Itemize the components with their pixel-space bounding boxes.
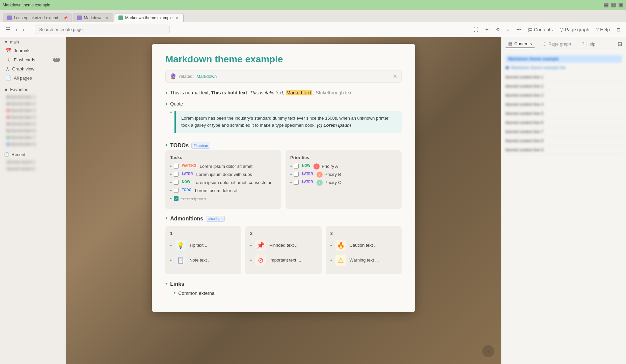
adm-bullet-important: • (250, 257, 252, 263)
favorites-items: blurred item 1 blurred item 2 blurred it… (0, 94, 65, 148)
quote-inner-list: • Lorem Ipsum has been the industry's st… (170, 110, 402, 134)
quote-item: • Quote • Lorem Ipsum has been the indus… (165, 100, 402, 137)
expand-button[interactable]: ⛶ (472, 26, 480, 34)
quote-italic: (c) Lorem Ipsum (317, 123, 351, 128)
related-label: related: (179, 74, 194, 79)
title-bar: Markdown theme example — ❐ ✕ (0, 0, 626, 10)
tab-1-label: Logseq-solarized-extend... (14, 16, 61, 20)
tab-1[interactable]: Logseq-solarized-extend... 📌 (3, 13, 72, 22)
links-title: Links (170, 281, 184, 287)
right-panel-tab-graph[interactable]: ⬡ Page graph (540, 40, 574, 48)
task-checkbox-3[interactable] (174, 180, 179, 185)
priority-label-3: Prioiry C (325, 180, 397, 186)
restore-button[interactable]: ❐ (611, 3, 616, 7)
task-checkbox-5[interactable]: ✓ (174, 196, 179, 201)
sidebar-graph-btn[interactable]: ▼ main (0, 38, 65, 46)
favorites-item-2[interactable]: blurred item 2 (0, 100, 65, 107)
sidebar-item-graph-view[interactable]: ◎ Graph view (1, 64, 64, 73)
recent-item-2[interactable]: blurred recent 2 (0, 165, 65, 172)
priority-checkbox-1[interactable] (294, 164, 299, 169)
back-button[interactable]: ‹ (14, 26, 19, 34)
quote-block: Lorem Ipsum has been the industry's stan… (174, 111, 402, 133)
related-link[interactable]: Markdown (196, 74, 217, 79)
quote-text: Lorem Ipsum has been the industry's stan… (181, 116, 388, 128)
recent-header[interactable]: 🕐 Recent (0, 150, 65, 159)
task-checkbox-2[interactable] (174, 172, 179, 177)
tab-2[interactable]: Markdown ✕ (73, 13, 113, 22)
minimize-button[interactable]: — (604, 3, 608, 7)
recent-label: Recent (11, 152, 25, 157)
todos-header-row: • TODOs #kanban (165, 143, 402, 149)
favorites-header[interactable]: ★ Favorites (0, 85, 65, 94)
favorites-icon: ★ (4, 87, 8, 92)
right-panel-tab-help[interactable]: ? Help (579, 40, 598, 48)
tab-3-close[interactable]: ✕ (175, 16, 179, 20)
adm-item-pinned: • 📌 Pinnded text ... (250, 240, 317, 251)
sidebar-item-journals[interactable]: 📅 Journals (1, 46, 64, 55)
hash-button[interactable]: # (506, 26, 511, 34)
admonitions-bullet: • (165, 215, 167, 222)
priority-bullet-3: • (290, 180, 292, 185)
favorites-item-8[interactable]: blurred item 8 (0, 141, 65, 148)
recent-item-1[interactable]: blurred recent 1 (0, 159, 65, 165)
task-checkbox-1[interactable] (174, 164, 179, 169)
forward-button[interactable]: › (21, 26, 26, 34)
close-button[interactable]: ✕ (619, 3, 623, 7)
sidebar-item-all-pages[interactable]: 📄 All pages (1, 73, 64, 82)
priority-icon-1: ↑ (314, 163, 320, 170)
quote-inner-item: • Lorem Ipsum has been the industry's st… (170, 110, 402, 134)
favorites-item-1[interactable]: blurred item 1 (0, 94, 65, 100)
tab-3-label: Markdown theme example (125, 16, 173, 20)
task-label-1: Lorem ipsum dolor sit amet (200, 163, 277, 170)
tab-2-label: Markdown (84, 16, 102, 20)
priority-checkbox-3[interactable] (294, 180, 299, 185)
content-area: Markdown theme example 🔮 related: Markdo… (66, 37, 626, 364)
right-panel-content: Markdown theme example Markdown theme ex… (501, 51, 626, 364)
page-graph-button[interactable]: ⬡ Page graph (558, 26, 591, 34)
favorites-item-5[interactable]: blurred item 5 (0, 121, 65, 127)
sidebar-item-flashcards[interactable]: 🃏 Flashcards 24 (1, 55, 64, 64)
sidebar-toggle-button[interactable]: ☰ (4, 25, 11, 34)
sidebar-recent-section: 🕐 Recent blurred recent 1 blurred recent… (0, 149, 65, 174)
journals-icon: 📅 (5, 48, 11, 53)
help-button[interactable]: ? Help (595, 26, 611, 34)
caution-label: Caution text ... (350, 243, 378, 248)
favorites-item-4[interactable]: blurred item 4 (0, 114, 65, 121)
page-graph-tab-icon: ⬡ (543, 41, 546, 47)
right-panel-header: ▤ Contents ⬡ Page graph ? Help ⊟ (501, 37, 626, 51)
tab-2-icon (77, 16, 82, 20)
favorites-item-3[interactable]: blurred item 3 (0, 107, 65, 114)
favorites-item-6[interactable]: blurred item 6 (0, 127, 65, 134)
priority-item-2: • LATER ↓ Prioiry B (290, 172, 397, 178)
favorites-item-7[interactable]: blurred item 7 (0, 134, 65, 141)
tab-3[interactable]: Markdown theme example ✕ (114, 13, 184, 22)
priority-item-3: • LATER ↕ Prioiry C (290, 180, 397, 186)
quote-container: Quote • Lorem Ipsum has been the industr… (170, 100, 402, 137)
task-bullet-2: • (170, 172, 172, 177)
tab-2-close[interactable]: ✕ (105, 16, 109, 20)
right-panel-item-2: blurred content line 2 (506, 82, 622, 91)
admonitions-kanban-tag[interactable]: #kanban (206, 216, 225, 222)
right-panel: ▤ Contents ⬡ Page graph ? Help ⊟ Markdow… (501, 37, 626, 364)
search-container (35, 25, 463, 34)
priority-bullet-1: • (290, 163, 292, 169)
contents-icon: ▤ (528, 27, 533, 32)
task-checkbox-4[interactable] (174, 188, 179, 193)
right-panel-toggle-button[interactable]: ⊟ (615, 26, 622, 34)
contents-label: Contents (534, 27, 553, 32)
right-panel-tab-contents[interactable]: ▤ Contents (506, 40, 535, 48)
adm-col1-title: 1 (170, 231, 237, 236)
scroll-down-button[interactable]: ▾ (482, 345, 494, 357)
search-input[interactable] (35, 25, 170, 34)
contents-button[interactable]: ▤ Contents (527, 26, 554, 34)
more-button[interactable]: ••• (515, 26, 523, 34)
graph-selector-icon: ▼ (4, 40, 8, 44)
settings-button[interactable]: ⚙ (494, 26, 501, 34)
plugin-button[interactable]: ✦ (484, 26, 490, 34)
todos-kanban-tag[interactable]: #kanban (191, 143, 210, 149)
help-tab-label: Help (587, 41, 596, 47)
adm-col2-title: 2 (250, 231, 317, 236)
page-close-button[interactable]: ✕ (393, 73, 397, 80)
priority-checkbox-2[interactable] (294, 172, 299, 177)
right-panel-toggle-button[interactable]: ⊟ (618, 41, 622, 47)
